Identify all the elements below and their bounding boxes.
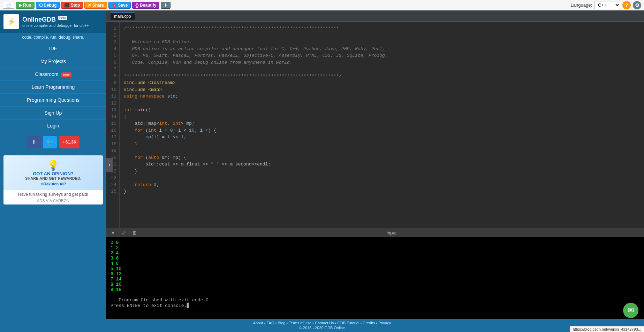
footer-gdbtutorial[interactable]: GDB Tutorial: [337, 321, 359, 325]
settings-button[interactable]: ⚙: [633, 1, 641, 9]
file-tab-main[interactable]: main.cpp: [111, 12, 135, 20]
output-area[interactable]: 0 0 1 2 2 4 3 6 4 8 5 10 6 12 7 14 8 16 …: [106, 237, 644, 319]
save-button[interactable]: 🔖 Save: [108, 2, 131, 9]
sidebar-tagline: code. compile. run. debug. share.: [0, 33, 106, 42]
footer-privacy[interactable]: Privacy: [378, 321, 391, 325]
classroom-badge: new: [61, 72, 71, 77]
footer: About • FAQ • Blog • Terms of Use • Cont…: [0, 319, 644, 332]
sidebar-brand-sub: online compiler and debugger for c/c++: [22, 23, 89, 28]
sidebar-ad-text: Have fun taking surveys and get paid!: [3, 190, 103, 199]
bottom-toolbar: ▼ ⤢ 🗑 Input: [106, 228, 644, 237]
download-button[interactable]: ⬇: [161, 2, 171, 9]
sidebar-social: f 🐦 + 61.3K: [0, 132, 106, 152]
sidebar-item-programming-questions[interactable]: Programming Questions: [0, 94, 106, 107]
bottom-expand-button[interactable]: ⤢: [120, 229, 127, 236]
line-numbers: 12345 678910 1112131415 1617181920 21222…: [106, 22, 120, 228]
language-selector-wrapper: Language: C++ C Python Java PHP Ruby ? ⚙: [571, 1, 641, 9]
language-label: Language:: [571, 2, 592, 8]
email-fab[interactable]: ✉: [623, 303, 638, 318]
main-wrapper: ⚡ OnlineGDB beta online compiler and deb…: [0, 10, 644, 319]
bottom-panel: ▼ ⤢ 🗑 Input 0 0 1 2 2 4 3 6 4 8 5 10 6 1…: [106, 228, 644, 319]
follow-button[interactable]: + 61.3K: [59, 136, 79, 148]
language-select[interactable]: C++ C Python Java PHP Ruby: [594, 1, 620, 9]
twitter-button[interactable]: 🐦: [43, 136, 57, 148]
footer-about[interactable]: About: [253, 321, 263, 325]
footer-faq[interactable]: FAQ: [266, 321, 274, 325]
stop-button[interactable]: ⬛ Stop: [61, 2, 83, 9]
sidebar-collapse-button[interactable]: ‹: [106, 158, 113, 172]
debug-button[interactable]: ⬡ Debug: [36, 2, 60, 9]
sidebar-item-ide[interactable]: IDE: [0, 42, 106, 55]
bottom-clear-button[interactable]: 🗑: [131, 229, 138, 236]
footer-contact[interactable]: Contact Us: [315, 321, 334, 325]
bottom-panel-label: Input: [142, 230, 641, 236]
toolbar: 📄 ▶ Run ⬡ Debug ⬛ Stop ⇗ Share 🔖 Save {}…: [0, 0, 644, 10]
sidebar-logo: ⚡: [3, 14, 19, 29]
bottom-collapse-button[interactable]: ▼: [109, 229, 117, 236]
new-file-button[interactable]: 📄: [3, 2, 14, 9]
code-content[interactable]: /***************************************…: [120, 22, 644, 228]
code-editor[interactable]: 12345 678910 1112131415 1617181920 21222…: [106, 22, 644, 228]
sidebar-header: ⚡ OnlineGDB beta online compiler and deb…: [0, 10, 106, 33]
run-button[interactable]: ▶ Run: [16, 2, 35, 9]
sidebar-brand: OnlineGDB beta online compiler and debug…: [22, 16, 89, 28]
share-button[interactable]: ⇗ Share: [84, 2, 107, 9]
footer-terms[interactable]: Terms of Use: [289, 321, 311, 325]
beautify-button[interactable]: {} Beautify: [132, 2, 159, 9]
footer-copyright: © 2016 - 2020 GDB Online: [2, 326, 642, 330]
sidebar-nav: IDE My Projects Classroom new Learn Prog…: [0, 42, 106, 132]
sidebar-item-login[interactable]: Login: [0, 119, 106, 132]
sidebar: ⚡ OnlineGDB beta online compiler and deb…: [0, 10, 106, 319]
sidebar-item-learn-programming[interactable]: Learn Programming: [0, 81, 106, 94]
footer-links: About • FAQ • Blog • Terms of Use • Cont…: [2, 321, 642, 325]
sidebar-item-signup[interactable]: Sign Up: [0, 107, 106, 119]
footer-credits[interactable]: Credits: [363, 321, 375, 325]
sidebar-item-classroom[interactable]: Classroom new: [0, 68, 106, 81]
sidebar-item-myprojects[interactable]: My Projects: [0, 55, 106, 68]
sidebar-brand-name: OnlineGDB beta: [22, 16, 89, 23]
sidebar-ad: 💡 GOT AN OPINION? SHARE AND GET REWARDED…: [3, 155, 103, 204]
file-tab-bar: main.cpp: [106, 10, 644, 22]
footer-blog[interactable]: Blog: [278, 321, 285, 325]
facebook-button[interactable]: f: [27, 136, 41, 148]
sidebar-ads-via: ADS VIA CARBON: [3, 199, 103, 204]
help-button[interactable]: ?: [622, 1, 631, 9]
sidebar-ad-image[interactable]: 💡 GOT AN OPINION? SHARE AND GET REWARDED…: [3, 155, 103, 190]
editor-area: main.cpp 12345 678910 1112131415 1617181…: [106, 10, 644, 319]
url-bar: https://blog.csdn.net/weixin_43142793...: [570, 326, 644, 332]
